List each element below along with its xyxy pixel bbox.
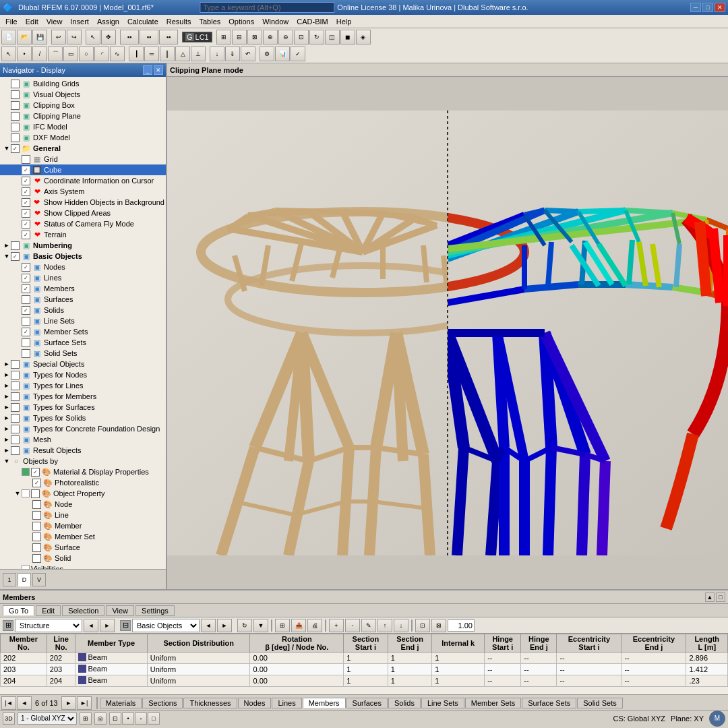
lc-indicator[interactable]: G LC1 [182,32,212,42]
tree-members[interactable]: ▣ Members [0,283,166,294]
tree-memberset-prop[interactable]: 🎨 Member Set [0,531,166,542]
rotate-btn[interactable]: ↻ [309,30,324,44]
redo-button[interactable]: ↪ [67,30,82,44]
tab-materials[interactable]: Materials [100,698,142,708]
tree-mesh[interactable]: ► ▣ Mesh [0,434,166,445]
tree-types-concrete[interactable]: ► ▣ Types for Concrete Foundation Design [0,423,166,434]
moment-btn[interactable]: ↶ [241,47,255,61]
filter-btn[interactable]: ▼ [253,619,268,632]
tree-clipping-plane[interactable]: ▣ Clipping Plane [0,111,166,121]
type-next[interactable]: ► [217,619,232,632]
checkbox-general[interactable] [11,144,20,153]
move-button[interactable]: ✥ [101,30,116,44]
menu-cadbim[interactable]: CAD-BIM [293,16,332,27]
rect-btn[interactable]: ▭ [63,47,78,61]
design-btn[interactable]: ✓ [291,47,305,61]
tab-member-sets-bottom[interactable]: Member Sets [465,698,521,708]
deselect-all[interactable]: ⊠ [431,619,446,632]
panel-minimize[interactable]: ▲ [705,593,715,602]
tab-thicknesses[interactable]: Thicknesses [183,698,237,708]
expand-general[interactable]: ▼ [3,145,11,152]
snap-node[interactable]: • [122,712,134,725]
column-btn[interactable]: ║ [160,47,175,61]
wire-btn[interactable]: ◫ [325,30,340,44]
menu-insert[interactable]: Insert [66,16,93,27]
expand-typemembers[interactable]: ► [3,393,11,400]
first-page[interactable]: |◄ [1,696,16,710]
checkbox-lines[interactable] [22,274,30,282]
select-all[interactable]: ⊡ [415,619,430,632]
checkbox-material[interactable] [31,468,40,477]
tree-basic-objects[interactable]: ▼ ▣ Basic Objects [0,251,166,262]
tree-surface-sets[interactable]: ▣ Surface Sets [0,337,166,348]
menu-results[interactable]: Results [162,16,195,27]
checkbox-typenodes[interactable] [11,371,20,380]
checkbox-surfsets[interactable] [22,338,30,347]
tree-terrain[interactable]: ❤ Terrain [0,229,166,240]
tree-show-hidden[interactable]: ❤ Show Hidden Objects in Background [0,197,166,208]
tree-view-cube[interactable]: 🔲 Cube [0,164,166,175]
expand-special[interactable]: ► [3,361,11,367]
status-icon-3[interactable]: ◎ [94,712,107,725]
checkbox-special[interactable] [11,360,20,369]
menu-options[interactable]: Options [224,16,258,27]
zoom-out[interactable]: ⊖ [278,30,293,44]
coord-select[interactable]: 1 - Global XYZ [18,712,77,725]
bezier-btn[interactable]: ∿ [110,47,125,61]
beam-btn[interactable]: ═ [144,47,159,61]
del-row[interactable]: - [345,619,360,632]
checkbox-terrain[interactable] [22,231,30,239]
expand-mesh[interactable]: ► [3,436,11,443]
close-button[interactable]: ✕ [715,3,725,12]
tree-building-grids[interactable]: ▣ Building Grids [0,78,166,89]
checkbox-typemembers[interactable] [11,392,20,401]
zoom-in[interactable]: ⊕ [263,30,278,44]
up-btn[interactable]: ↑ [377,619,392,632]
checkbox-clipplane[interactable] [11,112,20,121]
checkbox-typelines[interactable] [11,382,20,390]
radio-objprop[interactable] [22,489,30,497]
minimize-button[interactable]: ─ [690,3,701,12]
menu-assign[interactable]: Assign [93,16,123,27]
solid-btn[interactable]: ◼ [340,30,355,44]
render-btn[interactable]: ◈ [356,30,371,44]
col-hinge-ej[interactable]: HingeEnd j [521,634,557,653]
down-btn[interactable]: ↓ [394,619,408,632]
checkbox-nodeprop[interactable] [32,500,41,509]
calc-btn[interactable]: ⚙ [260,47,274,61]
checkbox-solidsets[interactable] [22,349,30,358]
checkbox-clipbox[interactable] [11,101,20,110]
type-select[interactable]: Basic Objects [132,619,200,632]
col-ecc-si[interactable]: EccentricityStart i [557,634,621,653]
checkbox-membersets[interactable] [22,328,30,336]
nav-close[interactable]: ✕ [154,65,163,75]
circ-btn[interactable]: ○ [79,47,94,61]
expand-typesolids[interactable]: ► [3,415,11,421]
tree-types-members[interactable]: ► ▣ Types for Members [0,391,166,402]
col-member-type[interactable]: Member Type [75,634,147,653]
checkbox-hidden[interactable] [22,198,30,207]
tab-members-bottom[interactable]: Members [303,698,346,708]
checkbox-surfprop[interactable] [32,543,41,552]
tree-dxf[interactable]: ▣ DXF Model [0,132,166,143]
expand-colors[interactable]: ▼ [3,458,11,464]
expand-resultobj[interactable]: ► [3,447,11,454]
open-button[interactable]: 📂 [17,30,32,44]
checkbox-resultobj[interactable] [11,446,20,455]
tab-go-to[interactable]: Go To [3,605,34,615]
checkbox-coord[interactable] [22,177,30,185]
user-avatar[interactable]: M [709,710,725,727]
tab-view[interactable]: View [106,605,134,616]
table-row[interactable]: 204 204 Beam Uniform 0.00 1 1 1 -- -- --… [1,675,728,687]
checkbox-visual[interactable] [11,90,20,99]
snap-end[interactable]: □ [148,712,160,725]
edit-row[interactable]: ✎ [361,619,376,632]
tree-member-prop[interactable]: 🎨 Member [0,520,166,531]
tree-solids[interactable]: ▣ Solids [0,305,166,315]
tree-ifc[interactable]: ▣ IFC Model [0,121,166,132]
tree-clipping-box[interactable]: ▣ Clipping Box [0,100,166,111]
checkbox-dxf[interactable] [11,133,20,142]
tree-clipped-areas[interactable]: ❤ Show Clipped Areas [0,208,166,218]
expand-objprop[interactable]: ▼ [13,490,22,497]
tree-photorealistic[interactable]: 🎨 Photorealistic [0,477,166,488]
